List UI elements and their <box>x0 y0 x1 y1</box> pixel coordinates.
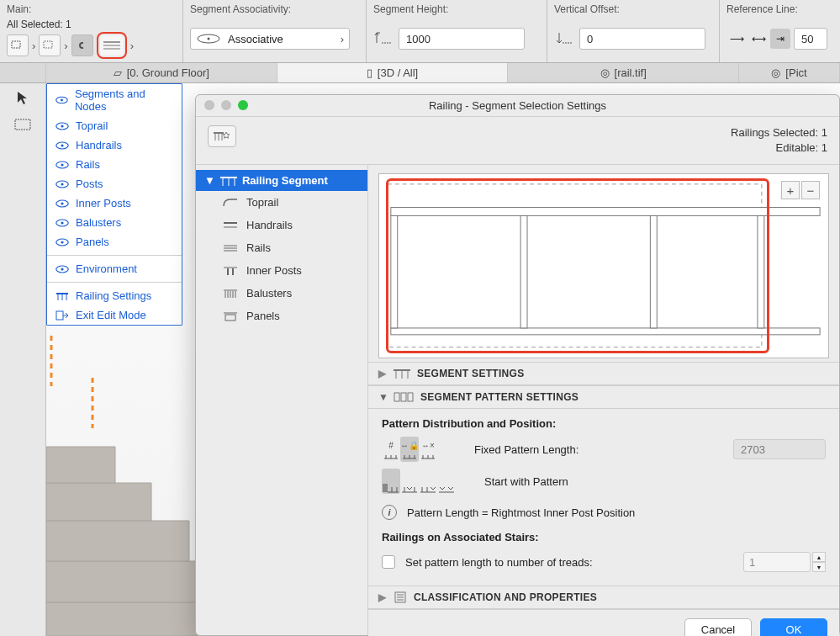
seg-item-label: Railing Settings <box>76 289 151 302</box>
ref-center-icon[interactable]: ⟷ <box>748 29 769 49</box>
zoom-icon[interactable] <box>238 100 248 110</box>
fixed-length-value: 2703 <box>741 443 765 456</box>
marquee-tool-icon[interactable] <box>10 115 35 134</box>
railings-editable: Editable: 1 <box>731 140 827 156</box>
tree-innerposts[interactable]: Inner Posts <box>196 259 367 282</box>
segment-preview[interactable]: + − <box>378 173 829 358</box>
svg-point-23 <box>61 144 63 146</box>
treads-checkbox[interactable] <box>382 555 395 569</box>
pos-end-icon[interactable] <box>419 469 437 494</box>
tree-rails[interactable]: Rails <box>196 236 367 259</box>
voffset-input[interactable]: 0 <box>579 28 705 50</box>
eye-icon <box>55 161 69 169</box>
svg-rect-36 <box>56 293 68 294</box>
tab-pict[interactable]: ◎ [Pict <box>739 63 840 82</box>
segment-mode-button[interactable] <box>100 35 124 56</box>
dist-max-icon[interactable]: ↔× <box>419 437 437 462</box>
selection-icon[interactable] <box>7 34 29 56</box>
zoom-out-button[interactable]: − <box>801 181 820 199</box>
step-up-icon[interactable]: ▲ <box>812 552 826 562</box>
seg-item-panels[interactable]: Panels <box>47 232 182 252</box>
dialog-header: Railings Selected: 1 Editable: 1 <box>196 117 839 165</box>
tab-3d[interactable]: ▯ [3D / All] <box>277 63 509 82</box>
tree-toprail[interactable]: Toprail <box>196 191 367 214</box>
pos-both-icon[interactable] <box>437 469 456 494</box>
seg-item-label: Segments and Nodes <box>75 87 173 113</box>
info-icon: i <box>382 505 397 520</box>
assoc-dropdown[interactable]: Associative › <box>190 28 350 50</box>
toolbar-height: Segment Height: 1000 <box>367 0 547 62</box>
tab-floor[interactable]: ▱ [0. Ground Floor] <box>46 63 277 82</box>
seg-item-railing-settings[interactable]: Railing Settings <box>47 286 182 305</box>
railing-segment-icon <box>220 176 237 186</box>
tree-handrails[interactable]: Handrails <box>196 214 367 236</box>
tab-rail-label: [rail.tif] <box>615 66 647 79</box>
selection-info: Railings Selected: 1 Editable: 1 <box>731 125 827 156</box>
link-icon[interactable] <box>71 34 93 56</box>
ref-label: Reference Line: <box>726 3 833 15</box>
seg-item-toprail[interactable]: Toprail <box>47 116 182 135</box>
seg-item-label: Exit Edit Mode <box>76 309 146 321</box>
tree-panels[interactable]: Panels <box>196 305 367 327</box>
zoom-in-button[interactable]: + <box>781 181 800 199</box>
dist-fixed-icon[interactable]: ↔🔒 <box>400 437 419 462</box>
ref-input[interactable]: 50 <box>794 28 827 50</box>
railing-segment-icon <box>394 368 410 379</box>
ref-right-icon[interactable]: ⇥ <box>770 29 790 49</box>
ref-left-icon[interactable]: ⟶ <box>726 29 747 49</box>
seg-item-environment[interactable]: Environment <box>47 259 182 278</box>
seg-item-label: Toprail <box>76 119 108 132</box>
svg-rect-1 <box>44 41 52 48</box>
tree-root-label: Railing Segment <box>242 174 328 187</box>
seg-item-innerposts[interactable]: Inner Posts <box>47 193 182 213</box>
seg-item-posts[interactable]: Posts <box>47 174 182 193</box>
height-input[interactable]: 1000 <box>399 28 525 50</box>
marquee-icon[interactable] <box>39 34 61 56</box>
handrails-icon <box>223 220 238 231</box>
doc-icon <box>394 591 407 603</box>
tree-railing-segment[interactable]: ▼ Railing Segment <box>196 170 367 191</box>
tree-balusters[interactable]: Balusters <box>196 282 367 305</box>
voffset-label: Vertical Offset: <box>554 3 712 15</box>
seg-item-handrails[interactable]: Handrails <box>47 135 182 155</box>
pos-start-icon[interactable] <box>382 469 400 494</box>
treads-label: Set pattern length to number of treads: <box>405 556 593 569</box>
tree-label: Rails <box>246 241 271 254</box>
favorites-button[interactable] <box>208 125 236 147</box>
close-icon[interactable] <box>204 100 214 110</box>
eye-icon <box>55 238 69 246</box>
minimize-icon[interactable] <box>221 100 231 110</box>
dialog-titlebar[interactable]: Railing - Segment Selection Settings <box>196 95 839 117</box>
section-pattern-settings[interactable]: ▼ SEGMENT PATTERN SETTINGS <box>368 385 839 409</box>
seg-item-exit[interactable]: Exit Edit Mode <box>47 305 182 325</box>
arrow-tool-icon[interactable] <box>10 88 35 107</box>
seg-item-label: Balusters <box>76 216 121 229</box>
step-down-icon[interactable]: ▼ <box>812 562 826 572</box>
section-classification[interactable]: ▶ CLASSIFICATION AND PROPERTIES <box>368 586 839 609</box>
side-toolbar <box>0 83 46 636</box>
eye-icon <box>55 180 69 188</box>
seg-item-balusters[interactable]: Balusters <box>47 213 182 232</box>
ok-button[interactable]: OK <box>760 618 827 636</box>
tri-down-icon: ▼ <box>378 391 387 403</box>
chevron-right-icon: › <box>32 40 35 52</box>
balusters-icon <box>223 289 238 299</box>
seg-item-label: Posts <box>76 178 103 190</box>
treads-stepper[interactable]: ▲▼ <box>812 552 826 572</box>
tri-right-icon: ▶ <box>378 591 387 603</box>
section-segment-settings[interactable]: ▶ SEGMENT SETTINGS <box>368 362 839 385</box>
voffset-icon <box>554 29 576 49</box>
pos-center-icon[interactable] <box>400 469 419 494</box>
tree-label: Inner Posts <box>246 264 302 277</box>
seg-item-segments-nodes[interactable]: Segments and Nodes <box>47 84 182 116</box>
cancel-button[interactable]: Cancel <box>684 618 752 636</box>
seg-item-rails[interactable]: Rails <box>47 155 182 174</box>
stairs-head: Railings on Associated Stairs: <box>382 531 826 543</box>
innerposts-icon <box>223 266 238 276</box>
dist-divide-icon[interactable]: # <box>382 437 400 462</box>
svg-point-29 <box>61 202 63 204</box>
assoc-icon <box>196 32 221 45</box>
tab-rail[interactable]: ◎ [rail.tif] <box>508 63 739 82</box>
svg-point-19 <box>61 99 63 102</box>
ref-edge-icons: ⟶ ⟷ ⇥ <box>726 29 790 49</box>
